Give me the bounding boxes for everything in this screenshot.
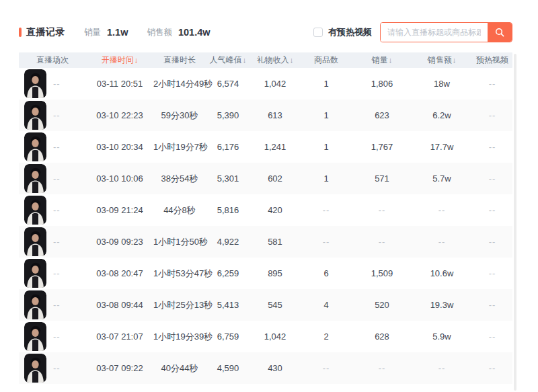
gift-income-cell: 1,042 — [250, 79, 300, 89]
session-value: -- — [53, 300, 61, 310]
table-header-row: 直播场次 开播时间↓ 直播时长 人气峰值↓ 礼物收入↓ 商品数 销量↓ 销售额↓ — [19, 52, 512, 68]
product-count-cell: 4 — [300, 300, 352, 310]
session-value: -- — [53, 110, 61, 120]
duration-cell: 40分44秒 — [153, 362, 206, 375]
sales-amount-cell: 10.6w — [412, 268, 472, 278]
sales-volume-cell: -- — [352, 205, 412, 215]
session-cell: -- — [19, 290, 86, 319]
session-cell: -- — [19, 322, 86, 351]
topbar-right-controls: 有预热视频 — [313, 22, 512, 42]
column-header-sales-volume[interactable]: 销量↓ — [352, 54, 412, 66]
table-row[interactable]: -- 03-11 20:51 2小时14分49秒 6,574 1,042 1 1… — [19, 68, 512, 100]
product-count-cell: -- — [300, 363, 352, 373]
session-value: -- — [53, 79, 61, 89]
table-row[interactable]: -- 03-08 09:44 1小时25分13秒 5,413 545 4 520… — [19, 289, 512, 321]
session-cell: -- — [19, 196, 86, 225]
search-input[interactable] — [381, 23, 488, 42]
streamer-avatar — [24, 69, 46, 98]
column-header-product-count: 商品数 — [300, 54, 352, 66]
column-header-peak-viewers[interactable]: 人气峰值↓ — [206, 54, 250, 66]
sort-desc-icon: ↓ — [453, 56, 457, 64]
table-row[interactable]: -- 03-10 22:23 59分30秒 5,390 613 1 623 6.… — [19, 100, 512, 131]
column-header-session: 直播场次 — [19, 54, 86, 66]
duration-cell: 1小时25分13秒 — [153, 299, 206, 311]
column-header-sales-amount[interactable]: 销售额↓ — [412, 54, 472, 66]
start-time-cell: 03-10 22:23 — [86, 110, 153, 120]
sales-volume-value: 1.1w — [107, 27, 128, 38]
sales-volume-cell: 571 — [352, 173, 412, 184]
preheat-video-checkbox[interactable] — [313, 28, 323, 37]
preheat-video-filter[interactable]: 有预热视频 — [313, 26, 372, 38]
sales-amount-cell: 18w — [412, 79, 472, 89]
scrollbar[interactable] — [514, 54, 516, 391]
product-count-cell: -- — [300, 237, 352, 247]
column-header-start-time[interactable]: 开播时间↓ — [86, 54, 153, 66]
table-row[interactable]: -- 03-07 21:07 1小时19分39秒 6,759 1,042 2 6… — [19, 321, 512, 352]
product-count-cell: 2 — [300, 331, 352, 342]
duration-cell: 44分8秒 — [153, 204, 206, 217]
search-box — [380, 22, 512, 42]
table-row[interactable]: -- 03-08 20:47 1小时53分47秒 6,259 895 6 1,5… — [19, 258, 512, 289]
sales-amount-cell: 19.3w — [412, 300, 472, 310]
sales-amount-cell: -- — [412, 363, 472, 373]
peak-viewers-cell: 5,390 — [206, 110, 250, 120]
peak-viewers-cell: 6,759 — [206, 331, 250, 342]
sort-desc-icon: ↓ — [290, 56, 294, 64]
peak-viewers-cell: 5,413 — [206, 300, 250, 310]
sales-volume-cell: -- — [352, 237, 412, 247]
gift-income-cell: 602 — [250, 173, 300, 184]
duration-cell: 59分30秒 — [153, 110, 206, 122]
topbar: 直播记录 销量 1.1w 销售额 101.4w 有预热视频 — [0, 0, 538, 42]
start-time-cell: 03-09 21:24 — [86, 205, 153, 215]
gift-income-cell: 581 — [250, 237, 300, 247]
sort-desc-icon: ↓ — [134, 56, 139, 64]
start-time-cell: 03-08 20:47 — [86, 268, 153, 278]
preheat-video-filter-label: 有预热视频 — [328, 26, 372, 38]
sales-amount-cell: -- — [412, 237, 472, 247]
table-row[interactable]: -- 03-09 21:24 44分8秒 5,816 420 -- -- -- … — [19, 194, 512, 226]
table-row[interactable]: -- 03-09 09:23 1小时1分50秒 4,922 581 -- -- … — [19, 226, 512, 258]
preheat-video-cell: -- — [472, 300, 512, 310]
duration-cell: 1小时53分47秒 — [153, 268, 206, 280]
start-time-cell: 03-11 20:51 — [86, 79, 153, 89]
session-cell: -- — [19, 69, 86, 98]
product-count-cell: 1 — [300, 79, 352, 89]
session-value: -- — [53, 331, 61, 342]
start-time-cell: 03-07 09:22 — [86, 363, 153, 373]
peak-viewers-cell: 5,301 — [206, 173, 250, 184]
preheat-video-cell: -- — [472, 110, 512, 120]
peak-viewers-cell: 6,176 — [206, 142, 250, 152]
column-header-preheat-video: 预热视频 — [472, 54, 512, 66]
search-button[interactable] — [488, 23, 512, 42]
sales-volume-cell: 1,806 — [352, 79, 412, 89]
sales-volume-cell: 1,767 — [352, 142, 412, 152]
streamer-avatar — [24, 290, 46, 319]
column-header-gift-income[interactable]: 礼物收入↓ — [250, 54, 300, 66]
live-records-page: 直播记录 销量 1.1w 销售额 101.4w 有预热视频 — [0, 0, 538, 392]
table-row[interactable]: -- 03-10 20:34 1小时19分7秒 6,176 1,241 1 1,… — [19, 131, 512, 163]
preheat-video-cell: -- — [472, 142, 512, 152]
gift-income-cell: 545 — [250, 300, 300, 310]
preheat-video-cell: -- — [472, 331, 512, 342]
table-row[interactable]: -- 03-10 10:06 38分54秒 5,301 602 1 571 5.… — [19, 163, 512, 194]
column-header-duration: 直播时长 — [153, 54, 206, 66]
preheat-video-cell: -- — [472, 268, 512, 278]
sales-amount-cell: 6.2w — [412, 110, 472, 120]
session-cell: -- — [19, 227, 86, 256]
sales-volume-cell: 628 — [352, 331, 412, 342]
live-records-table: 直播场次 开播时间↓ 直播时长 人气峰值↓ 礼物收入↓ 商品数 销量↓ 销售额↓ — [19, 52, 512, 384]
product-count-cell: 1 — [300, 173, 352, 184]
search-icon — [494, 27, 505, 38]
table-row[interactable]: -- 03-07 09:22 40分44秒 4,590 430 -- -- --… — [19, 352, 512, 384]
sales-amount-cell: 17.7w — [412, 142, 472, 152]
preheat-video-cell: -- — [472, 79, 512, 89]
peak-viewers-cell: 4,922 — [206, 237, 250, 247]
session-value: -- — [53, 237, 61, 247]
streamer-avatar — [24, 164, 46, 193]
sort-desc-icon: ↓ — [389, 56, 393, 64]
session-value: -- — [53, 268, 61, 278]
product-count-cell: 6 — [300, 268, 352, 278]
session-cell: -- — [19, 132, 86, 161]
session-value: -- — [53, 173, 61, 184]
session-cell: -- — [19, 101, 86, 130]
